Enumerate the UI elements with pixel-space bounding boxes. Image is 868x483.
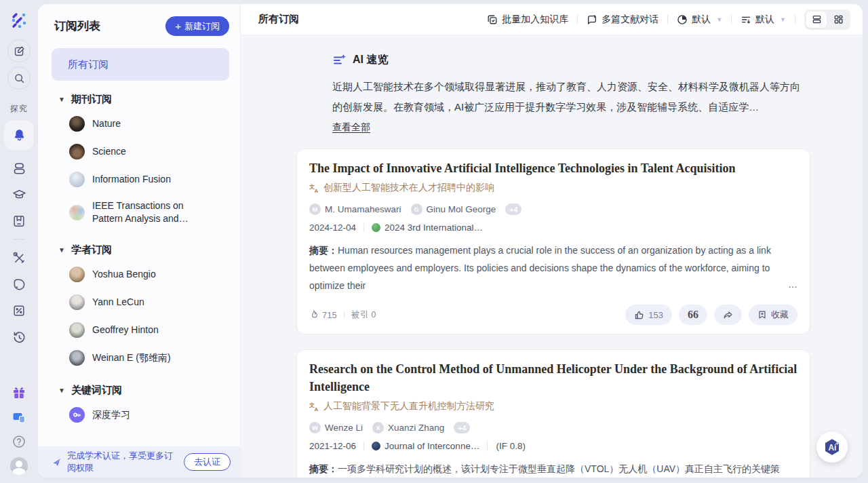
stat-divider: [344, 311, 344, 319]
history-icon[interactable]: [11, 329, 27, 345]
icon-rail: 探究: [0, 0, 38, 483]
sidebar-item-all-subscriptions[interactable]: 所有订阅: [52, 48, 229, 81]
app-window: 探究: [0, 0, 868, 483]
publish-date: 2024-12-04: [309, 223, 356, 233]
plus-icon: +: [175, 21, 181, 31]
sort-filter-dropdown[interactable]: 默认 ▼: [741, 14, 786, 26]
author-chip[interactable]: M M. Umamaheswari: [309, 204, 401, 215]
chevron-down-icon: ▼: [780, 16, 786, 23]
hot-stat: 715: [309, 310, 337, 320]
venue[interactable]: Journal of Interconne…: [372, 441, 479, 451]
more-authors-badge[interactable]: +4: [505, 204, 521, 215]
sort-icon: [741, 14, 751, 25]
main-panel: 订阅列表 + 新建订阅 所有订阅 ▼ 期刊订阅 Nature S: [38, 4, 863, 478]
grid-view-button[interactable]: [828, 12, 848, 28]
view-all-link[interactable]: 查看全部: [332, 121, 370, 134]
sidebar-item-journal[interactable]: Information Fusion: [52, 166, 229, 193]
help-icon[interactable]: [10, 433, 28, 450]
author-chip[interactable]: W Wenze Li: [309, 422, 363, 433]
abstract-expand-ellipsis[interactable]: …: [788, 275, 797, 293]
verify-banner: 完成学术认证，享受更多订阅权限 去认证: [38, 446, 240, 478]
sidebar-item-keyword[interactable]: 深度学习: [52, 401, 229, 429]
scholar-avatar: [69, 350, 85, 366]
publish-date: 2021-12-06: [309, 441, 356, 451]
scholar-cap-icon[interactable]: [11, 187, 27, 203]
ai-summary-icon: [332, 54, 346, 67]
batch-add-knowledge-button[interactable]: 批量加入知识库: [487, 14, 568, 26]
authors-row: W Wenze Li X Xuanzi Zhang +4: [309, 422, 797, 433]
section-keyword-subscriptions[interactable]: ▼ 关键词订阅: [58, 384, 229, 397]
compose-icon[interactable]: [7, 39, 31, 62]
multi-paper-chat-button[interactable]: 多篇文献对话: [587, 14, 658, 26]
abstract-label: 摘要：: [309, 245, 338, 256]
abstract: 摘要：Human resources management plays a cr…: [309, 242, 797, 294]
paper-title-translation[interactable]: 文 A 创新型人工智能技术在人才招聘中的影响: [309, 182, 797, 194]
share-button[interactable]: [714, 305, 742, 325]
gift-icon[interactable]: [10, 384, 28, 402]
journal-avatar: [69, 205, 85, 220]
share-icon: [723, 310, 733, 320]
pie-clock-icon: [677, 14, 688, 25]
app-logo-icon[interactable]: [8, 9, 30, 31]
sidebar-item-journal[interactable]: IEEE Transactions on Pattern Analysis an…: [52, 193, 229, 231]
impact-factor: (IF 0.8): [487, 441, 526, 451]
ai-overview-title: AI 速览: [353, 53, 388, 67]
paper-title[interactable]: The Impact of Innovative Artificial Inte…: [309, 159, 797, 177]
caret-down-icon: ▼: [58, 246, 65, 254]
caret-down-icon: ▼: [58, 96, 65, 103]
sidebar-item-scholar[interactable]: Weinan E (鄂维南): [52, 344, 229, 372]
section-scholar-subscriptions[interactable]: ▼ 学者订阅: [58, 244, 229, 256]
saved-icon[interactable]: [11, 213, 27, 229]
sidebar-item-journal[interactable]: Nature: [52, 110, 229, 138]
ai-overview-text: 近期人工智能技术在多个领域取得显著进展，推动了教育、人力资源、安全、材料科学及微…: [332, 77, 807, 117]
feed-body: AI 速览 近期人工智能技术在多个领域取得显著进展，推动了教育、人力资源、安全、…: [241, 35, 863, 478]
sidebar-item-journal[interactable]: Science: [52, 138, 229, 166]
author-chip[interactable]: G Ginu Mol George: [411, 204, 496, 215]
time-filter-dropdown[interactable]: 默认 ▼: [677, 14, 722, 26]
paper-title[interactable]: Research on the Control Method of Unmann…: [309, 360, 797, 395]
cited-stat: 被引 0: [351, 309, 376, 321]
subscriptions-bell-icon[interactable]: [4, 120, 34, 150]
toolbar-divider: [795, 15, 795, 24]
author-chip[interactable]: X Xuanzi Zhang: [372, 422, 444, 433]
quote-button[interactable]: 66: [679, 305, 707, 325]
card-footer: 715 被引 0 153 6: [309, 305, 797, 325]
sidebar-item-scholar[interactable]: Geoffrey Hinton: [52, 316, 229, 344]
go-verify-button[interactable]: 去认证: [184, 453, 231, 471]
paper-title-translation[interactable]: 文 A 人工智能背景下无人直升机控制方法研究: [309, 400, 797, 412]
abstract: 摘要：一项多学科研究计划的概述，该计划专注于微型垂直起降（VTOL）无人机（UA…: [309, 460, 797, 478]
page-title: 所有订阅: [258, 13, 299, 26]
author-initial-avatar: X: [372, 422, 384, 433]
sidebar-item-scholar[interactable]: Yoshua Bengio: [52, 260, 229, 288]
ai-overview: AI 速览 近期人工智能技术在多个领域取得显著进展，推动了教育、人力资源、安全、…: [296, 53, 808, 134]
more-authors-badge[interactable]: +4: [454, 422, 470, 433]
translate-icon: 文 A: [309, 183, 319, 193]
collect-button[interactable]: 收藏: [749, 305, 797, 325]
venue-dot-icon: [372, 442, 380, 450]
rail-divider: [13, 239, 25, 239]
toolbar-divider: [731, 15, 732, 24]
new-subscription-button[interactable]: + 新建订阅: [165, 16, 229, 36]
like-button[interactable]: 153: [625, 305, 672, 325]
verify-banner-text: 完成学术认证，享受更多订阅权限: [67, 450, 178, 474]
flame-icon: [309, 310, 319, 320]
chart-note-icon[interactable]: [11, 303, 27, 319]
tools-icon[interactable]: [11, 250, 27, 266]
thumbs-up-icon: [634, 310, 644, 320]
venue[interactable]: 2024 3rd International…: [372, 223, 483, 233]
rocket-icon: [52, 457, 62, 467]
user-avatar[interactable]: [10, 457, 28, 475]
meta-row: 2024-12-04 2024 3rd International…: [309, 223, 797, 233]
lens-icon[interactable]: [11, 276, 27, 292]
grid-view-icon: [833, 14, 844, 24]
journal-avatar: [69, 172, 85, 187]
list-view-button[interactable]: [806, 12, 827, 28]
sidebar-nav: 所有订阅 ▼ 期刊订阅 Nature Science Information F…: [38, 43, 240, 446]
devices-icon[interactable]: [10, 408, 28, 426]
sidebar-item-scholar[interactable]: Yann LeCun: [52, 288, 229, 316]
scholar-avatar: [69, 294, 85, 310]
library-icon[interactable]: [11, 160, 27, 176]
search-icon[interactable]: [7, 66, 31, 90]
section-journal-subscriptions[interactable]: ▼ 期刊订阅: [58, 93, 229, 106]
ai-assistant-fab[interactable]: Ai +: [816, 431, 848, 463]
